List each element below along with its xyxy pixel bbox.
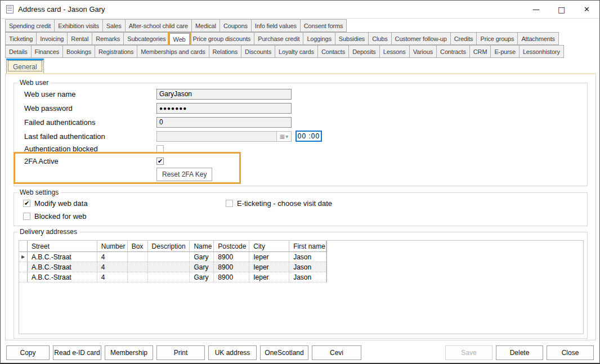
tab-subcategories[interactable]: Subcategories — [123, 32, 169, 45]
failed-authentications-input[interactable]: 0 — [156, 117, 292, 128]
tab-relations[interactable]: Relations — [209, 45, 242, 58]
cell-number[interactable]: 4 — [97, 262, 128, 272]
membership-button[interactable]: Membership — [105, 345, 153, 360]
delete-button[interactable]: Delete — [496, 345, 543, 360]
tab-customer-follow-up[interactable]: Customer follow-up — [391, 32, 451, 45]
cell-number[interactable]: 4 — [97, 252, 128, 262]
tab-info-field-values[interactable]: Info field values — [251, 19, 301, 32]
tab-coupons[interactable]: Coupons — [220, 19, 252, 32]
modify-web-data-checkbox[interactable]: ✔ — [23, 200, 30, 207]
tab-general[interactable]: General — [6, 59, 44, 73]
tab-finances[interactable]: Finances — [31, 45, 63, 58]
copy-button[interactable]: Copy — [6, 345, 50, 360]
tab-web-selected[interactable]: Web — [169, 32, 190, 45]
cevi-button[interactable]: Cevi — [312, 345, 361, 360]
cell-first-name[interactable]: Jason — [289, 262, 326, 272]
tab-medical[interactable]: Medical — [191, 19, 220, 32]
cell-box[interactable] — [128, 252, 148, 262]
tab-consent-forms[interactable]: Consent forms — [300, 19, 347, 32]
table-row[interactable]: A.B.C.-Straat 4 Gary 8900 Ieper Jason — [19, 262, 327, 272]
tab-contracts[interactable]: Contracts — [436, 45, 470, 58]
column-header-street[interactable]: Street — [28, 241, 97, 251]
column-header-city[interactable]: City — [249, 241, 289, 251]
web-password-input[interactable]: ●●●●●●● — [156, 103, 292, 114]
cell-city[interactable]: Ieper — [249, 252, 289, 262]
tab-exhibition-visits[interactable]: Exhibition visits — [54, 19, 103, 32]
column-header-box[interactable]: Box — [128, 241, 148, 251]
cell-city[interactable]: Ieper — [249, 262, 289, 272]
tab-various[interactable]: Various — [409, 45, 437, 58]
cell-postcode[interactable]: 8900 — [214, 272, 249, 282]
column-header-first-name[interactable]: First name — [289, 241, 326, 251]
read-eid-card-button[interactable]: Read e-ID card — [53, 345, 101, 360]
tab-lessonhistory[interactable]: Lessonhistory — [519, 45, 564, 58]
save-button[interactable]: Save — [445, 345, 492, 360]
cell-box[interactable] — [128, 262, 148, 272]
tab-subsidies[interactable]: Subsidies — [335, 32, 369, 45]
cell-street[interactable]: A.B.C.-Straat — [28, 262, 97, 272]
web-user-name-input[interactable]: GaryJason — [156, 89, 292, 100]
cell-name[interactable]: Gary — [190, 272, 214, 282]
tab-bookings[interactable]: Bookings — [62, 45, 95, 58]
tab-discounts[interactable]: Discounts — [241, 45, 275, 58]
tab-rental[interactable]: Rental — [67, 32, 92, 45]
tab-after-school-child-care[interactable]: After-school child care — [125, 19, 192, 32]
tab-contacts[interactable]: Contacts — [317, 45, 349, 58]
uk-address-button[interactable]: UK address — [208, 345, 257, 360]
column-header-postcode[interactable]: Postcode — [214, 241, 249, 251]
tab-deposits[interactable]: Deposits — [348, 45, 380, 58]
tab-registrations[interactable]: Registrations — [95, 45, 137, 58]
cell-box[interactable] — [128, 272, 148, 282]
table-row[interactable]: ▶ A.B.C.-Straat 4 Gary 8900 Ieper Jason — [19, 252, 327, 262]
column-header-name[interactable]: Name — [190, 241, 214, 251]
maximize-button[interactable]: □ — [549, 1, 574, 18]
tab-loggings[interactable]: Loggings — [303, 32, 335, 45]
cell-name[interactable]: Gary — [190, 252, 214, 262]
cell-number[interactable]: 4 — [97, 272, 128, 282]
tab-purchase-credit[interactable]: Purchase credit — [254, 32, 303, 45]
cell-description[interactable] — [148, 272, 190, 282]
tab-credits[interactable]: Credits — [450, 32, 477, 45]
cell-first-name[interactable]: Jason — [289, 252, 326, 262]
tab-ticketing[interactable]: Ticketing — [5, 32, 37, 45]
cell-postcode[interactable]: 8900 — [214, 262, 249, 272]
tab-spending-credit[interactable]: Spending credit — [5, 19, 55, 32]
tab-remarks[interactable]: Remarks — [92, 32, 124, 45]
cell-street[interactable]: A.B.C.-Straat — [28, 272, 97, 282]
last-failed-date-input[interactable]: ▦ ▾ — [156, 131, 292, 142]
minimize-button[interactable]: — — [523, 1, 549, 18]
column-header-description[interactable]: Description — [148, 241, 190, 251]
tab-clubs[interactable]: Clubs — [368, 32, 391, 45]
column-header-number[interactable]: Number — [97, 241, 128, 251]
cell-postcode[interactable]: 8900 — [214, 252, 249, 262]
tab-attachments[interactable]: Attachments — [517, 32, 559, 45]
tab-loyalty-cards[interactable]: Loyalty cards — [275, 45, 318, 58]
blocked-for-web-checkbox[interactable] — [23, 213, 30, 220]
tab-price-group-discounts[interactable]: Price group discounts — [189, 32, 255, 45]
cell-first-name[interactable]: Jason — [289, 272, 326, 282]
tab-memberships-and-cards[interactable]: Memberships and cards — [137, 45, 209, 58]
cell-description[interactable] — [148, 252, 190, 262]
authentication-blocked-checkbox[interactable] — [156, 145, 164, 152]
eticketing-checkbox[interactable] — [226, 200, 233, 207]
tab-crm[interactable]: CRM — [469, 45, 491, 58]
row-selector[interactable] — [19, 262, 28, 272]
tab-sales[interactable]: Sales — [102, 19, 126, 32]
row-selector-arrow-icon[interactable]: ▶ — [19, 252, 28, 262]
tab-e-purse[interactable]: E-purse — [490, 45, 519, 58]
row-selector[interactable] — [19, 272, 28, 282]
close-button[interactable]: Close — [547, 345, 594, 360]
twofa-active-checkbox[interactable]: ✔ — [156, 158, 164, 165]
tab-details[interactable]: Details — [5, 45, 32, 58]
last-failed-time-input[interactable]: 00 :00 — [295, 131, 322, 142]
cell-city[interactable]: Ieper — [249, 272, 289, 282]
tab-lessons[interactable]: Lessons — [379, 45, 410, 58]
cell-street[interactable]: A.B.C.-Straat — [28, 252, 97, 262]
calendar-dropdown-button[interactable]: ▦ ▾ — [276, 132, 291, 141]
cell-name[interactable]: Gary — [190, 262, 214, 272]
cell-description[interactable] — [148, 262, 190, 272]
close-icon[interactable]: ✕ — [574, 1, 599, 18]
onescotland-button[interactable]: OneScotland — [260, 345, 308, 360]
tab-price-groups[interactable]: Price groups — [476, 32, 518, 45]
print-button[interactable]: Print — [156, 345, 205, 360]
